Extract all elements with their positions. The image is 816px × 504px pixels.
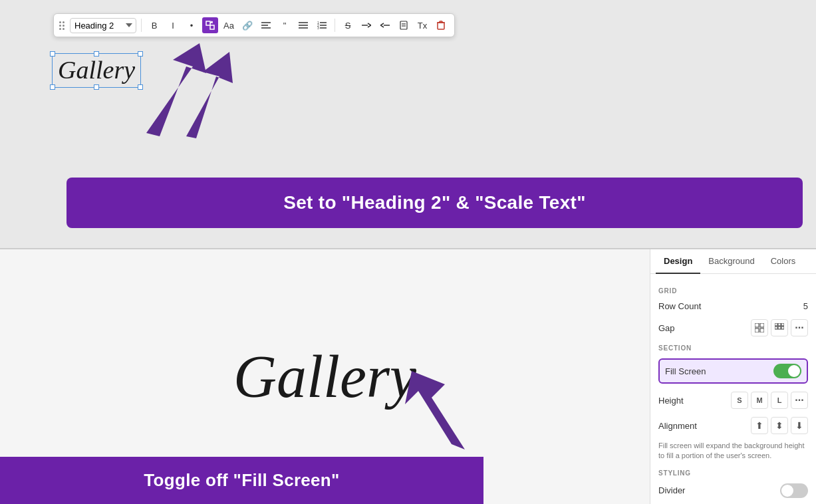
bullet-button[interactable]: • bbox=[184, 17, 200, 33]
svg-marker-33 bbox=[146, 43, 206, 136]
divider-toggle[interactable] bbox=[780, 483, 808, 498]
svg-line-21 bbox=[380, 23, 384, 25]
alignment-label: Alignment bbox=[658, 421, 697, 431]
gap-more-icon[interactable]: ··· bbox=[791, 319, 808, 336]
row-count-value: 5 bbox=[803, 301, 808, 311]
svg-rect-23 bbox=[400, 21, 407, 29]
align-middle-btn[interactable]: ⬍ bbox=[771, 417, 788, 434]
instruction-banner-bottom: Toggle off "Fill Screen" bbox=[0, 457, 483, 504]
fill-screen-toggle[interactable] bbox=[773, 364, 801, 378]
svg-rect-36 bbox=[755, 323, 759, 327]
panel-body: GRID Row Count 5 Gap ··· SECTION bbox=[650, 274, 816, 504]
fill-screen-row: Fill Screen bbox=[658, 358, 808, 384]
outdent-button[interactable] bbox=[377, 17, 393, 33]
svg-rect-26 bbox=[438, 23, 444, 29]
top-section: Heading 2ParagraphHeading 1Heading 2Head… bbox=[0, 0, 816, 249]
divider-label: Divider bbox=[658, 485, 685, 495]
delete-button[interactable] bbox=[433, 17, 449, 33]
gap-row: Gap ··· bbox=[658, 319, 808, 336]
styling-label: STYLING bbox=[658, 469, 808, 477]
divider-row: Divider bbox=[658, 483, 808, 498]
ordered-list-button[interactable]: 123 bbox=[314, 17, 330, 33]
svg-rect-40 bbox=[775, 323, 777, 326]
svg-rect-1 bbox=[210, 25, 214, 29]
bold-button[interactable]: B bbox=[146, 17, 162, 33]
divider-1 bbox=[141, 19, 142, 32]
alignment-row: Alignment ⬆ ⬍ ⬇ bbox=[658, 417, 808, 434]
right-panel: Design Background Colors GRID Row Count … bbox=[650, 249, 816, 504]
clear-format-button[interactable]: Tx bbox=[414, 17, 430, 33]
svg-rect-45 bbox=[781, 326, 784, 329]
instruction-banner-top: Set to "Heading 2" & "Scale Text" bbox=[67, 178, 803, 228]
canvas-gallery-text: Gallery bbox=[233, 342, 416, 411]
svg-rect-43 bbox=[775, 326, 777, 329]
divider-2 bbox=[335, 19, 335, 32]
text-toolbar: Heading 2ParagraphHeading 1Heading 2Head… bbox=[53, 13, 455, 37]
svg-rect-0 bbox=[206, 21, 210, 25]
unordered-list-button[interactable] bbox=[295, 17, 311, 33]
gap-compact-icon[interactable] bbox=[771, 319, 788, 336]
heading-select[interactable]: Heading 2ParagraphHeading 1Heading 2Head… bbox=[70, 18, 136, 33]
quote-button[interactable]: " bbox=[277, 17, 293, 33]
gap-label: Gap bbox=[658, 323, 675, 333]
row-count-row: Row Count 5 bbox=[658, 301, 808, 311]
height-label: Height bbox=[658, 396, 684, 406]
strikethrough-button[interactable]: S bbox=[340, 17, 356, 33]
row-count-label: Row Count bbox=[658, 301, 701, 311]
font-size-button[interactable]: Aa bbox=[221, 17, 237, 33]
align-button[interactable] bbox=[258, 17, 274, 33]
align-top-btn[interactable]: ⬆ bbox=[751, 417, 768, 434]
svg-rect-42 bbox=[781, 323, 784, 326]
resize-handle-tc[interactable] bbox=[94, 51, 99, 57]
resize-handle-bl[interactable] bbox=[50, 84, 55, 90]
resize-handle-tl[interactable] bbox=[50, 51, 55, 57]
grid-section-label: GRID bbox=[658, 287, 808, 295]
svg-line-22 bbox=[380, 25, 384, 27]
svg-marker-34 bbox=[186, 52, 233, 138]
tab-colors[interactable]: Colors bbox=[763, 249, 804, 274]
svg-line-19 bbox=[368, 25, 371, 27]
height-s-btn[interactable]: S bbox=[731, 392, 748, 409]
scale-text-button[interactable] bbox=[202, 17, 218, 33]
svg-rect-41 bbox=[778, 323, 781, 326]
drag-handle[interactable] bbox=[59, 21, 65, 30]
gap-grid-icon[interactable] bbox=[751, 319, 768, 336]
instruction-bottom-text: Toggle off "Fill Screen" bbox=[144, 470, 339, 490]
tab-background[interactable]: Background bbox=[700, 249, 762, 274]
gap-icon-group: ··· bbox=[751, 319, 808, 336]
bottom-section: Gallery Toggle off "Fill Screen" Design … bbox=[0, 249, 816, 504]
indent-button[interactable] bbox=[358, 17, 374, 33]
instruction-top-text: Set to "Heading 2" & "Scale Text" bbox=[283, 192, 586, 213]
align-bottom-btn[interactable]: ⬇ bbox=[791, 417, 808, 434]
height-more-btn[interactable]: ··· bbox=[791, 392, 808, 409]
svg-rect-44 bbox=[778, 326, 781, 329]
gallery-textbox[interactable]: Gallery bbox=[52, 53, 141, 88]
tab-design[interactable]: Design bbox=[656, 249, 700, 274]
panel-tabs: Design Background Colors bbox=[650, 249, 816, 274]
alignment-btn-group: ⬆ ⬍ ⬇ bbox=[751, 417, 808, 434]
svg-line-18 bbox=[368, 23, 371, 25]
section-label: SECTION bbox=[658, 344, 808, 352]
resize-handle-br[interactable] bbox=[138, 84, 143, 90]
fill-screen-label: Fill Screen bbox=[665, 366, 706, 376]
svg-rect-38 bbox=[755, 328, 759, 332]
resize-handle-bc[interactable] bbox=[94, 84, 99, 90]
height-m-btn[interactable]: M bbox=[751, 392, 768, 409]
resize-handle-tr[interactable] bbox=[138, 51, 143, 57]
link-button[interactable]: 🔗 bbox=[239, 17, 255, 33]
svg-rect-37 bbox=[760, 323, 764, 327]
height-size-group: S M L ··· bbox=[731, 392, 808, 409]
italic-button[interactable]: I bbox=[165, 17, 181, 33]
format-button[interactable] bbox=[396, 17, 412, 33]
gallery-heading-text: Gallery bbox=[58, 56, 135, 84]
canvas-area: Gallery Toggle off "Fill Screen" bbox=[0, 249, 650, 504]
fill-screen-description: Fill screen will expand the background h… bbox=[658, 441, 808, 461]
svg-text:3: 3 bbox=[317, 26, 319, 29]
svg-rect-39 bbox=[760, 328, 764, 332]
height-row: Height S M L ··· bbox=[658, 392, 808, 409]
height-l-btn[interactable]: L bbox=[771, 392, 788, 409]
